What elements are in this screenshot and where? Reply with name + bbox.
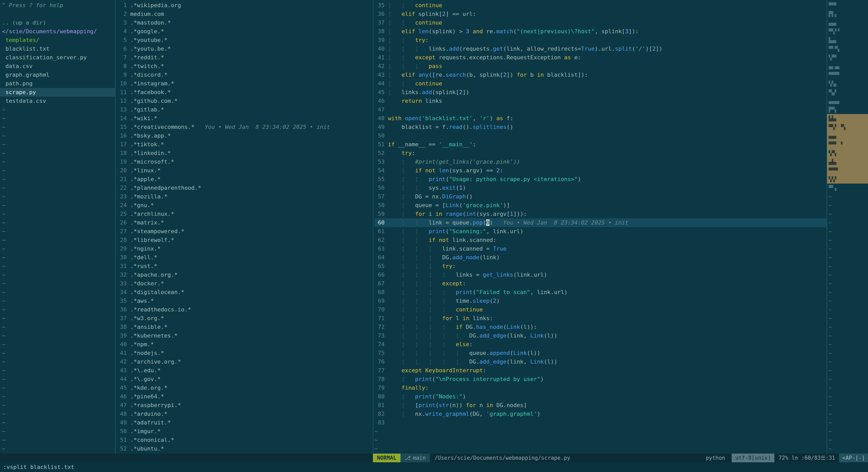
code-line[interactable]: 42¦ ¦ ¦ pass	[374, 62, 827, 70]
code-line[interactable]: 57 ¦ DG = nx.DiGraph()	[374, 192, 827, 201]
blacklist-line[interactable]: 29.*nginx.*	[117, 245, 373, 253]
minimap-viewport-row[interactable]: ▄▙▖	[827, 158, 868, 166]
blacklist-line[interactable]: 35.*aws.*	[117, 296, 373, 305]
code-line[interactable]: 70 ¦ ¦ ¦ ¦ continue	[374, 305, 827, 314]
blacklist-line[interactable]: 25.*archlinux.*	[117, 210, 373, 218]
code-line[interactable]: 43¦ elif any([re.search(b, splink[2]) fo…	[374, 70, 827, 79]
blacklist-line[interactable]: 21.*apple.*	[117, 175, 373, 184]
blacklist-line[interactable]: 15.*creativecommons.*You • Wed Jan 8 23:…	[117, 123, 373, 131]
blacklist-line[interactable]: 50.*imgur.*	[117, 427, 373, 436]
code-line[interactable]: 48with open('blacklist.txt', 'r') as f:	[374, 114, 827, 123]
code-line[interactable]: 71 ¦ ¦ ¦ for l in links:	[374, 314, 827, 323]
minimap-row[interactable]: ▄▄▖	[829, 19, 868, 27]
minimap-row[interactable]: ▀▀▘	[829, 1, 868, 10]
file-entry-classification-server[interactable]: classification_server.py	[2, 53, 115, 62]
code-line[interactable]: 36¦ elif splink[2] == url:	[374, 10, 827, 19]
blacklist-line[interactable]: 33.*docker.*	[117, 279, 373, 288]
minimap-row[interactable]: ▀▄▘	[829, 88, 868, 97]
code-line[interactable]: 80 ¦ print("Nodes:")	[374, 392, 827, 401]
minimap-viewport-row[interactable]: ▚▚▘	[827, 175, 868, 184]
minimap-viewport-row[interactable]: ▄▄▖	[827, 131, 868, 140]
minimap-viewport-row[interactable]: ▀▀▀	[827, 166, 868, 175]
blacklist-line[interactable]: 8.*twitch.*	[117, 62, 373, 70]
file-entry-data-csv[interactable]: data.csv	[2, 62, 115, 70]
blacklist-line[interactable]: 27.*steampowered.*	[117, 227, 373, 236]
blacklist-line[interactable]: 7.*reddit.*	[117, 53, 373, 62]
code-line[interactable]: 35¦ ¦ continue	[374, 1, 827, 10]
code-line[interactable]: 61 ¦ ¦ print("Scanning:", link.url)	[374, 227, 827, 236]
blacklist-line[interactable]: 6.*youtu.be.*	[117, 44, 373, 53]
minimap-pane[interactable]: ▀▀▘▛▌▖▄▄▖▀▚▘▘▙▄▖▀▘▀▖▚▀▘▄▖▄▖▀▀▀▘▚▚▖▀▄▘▄▄▄…	[827, 0, 868, 453]
code-line[interactable]: 83	[374, 418, 827, 427]
minimap-row[interactable]: ▚▀▘	[829, 53, 868, 62]
blacklist-line[interactable]: 26.*matrix.*	[117, 218, 373, 227]
minimap-viewport-row[interactable]: ▚▀▖	[827, 149, 868, 158]
blacklist-line[interactable]: 28.*librewolf.*	[117, 236, 373, 245]
blacklist-line[interactable]: 39.*kubernetes.*	[117, 332, 373, 340]
minimap-viewport-row[interactable]: ▙▙▖	[827, 114, 868, 123]
minimap-viewport-row[interactable]: ▀▀▘ ▘	[827, 140, 868, 149]
blacklist-line[interactable]: 45.*kde.org.*	[117, 383, 373, 392]
up-dir-entry[interactable]: .. (up a dir)	[2, 19, 115, 27]
minimap-row[interactable]: ▙▄▖	[829, 36, 868, 44]
blacklist-line[interactable]: 2medium.com	[117, 10, 373, 19]
minimap-viewport-row[interactable]: ▀▚▘ ▀▖	[827, 123, 868, 131]
code-line[interactable]: 55 ¦ ¦ print("Usage: python scrape.py <i…	[374, 175, 827, 184]
code-line[interactable]: 56 ¦ ¦ sys.exit(1)	[374, 184, 827, 192]
blacklist-line[interactable]: 42.*archive.org.*	[117, 357, 373, 366]
blacklist-line[interactable]: 20.*linux.*	[117, 166, 373, 175]
blacklist-line[interactable]: 36.*readthedocs.io.*	[117, 305, 373, 314]
blacklist-line[interactable]: 19.*microsoft.*	[117, 158, 373, 166]
file-entry-testdata-csv[interactable]: testdata.csv	[2, 97, 115, 105]
blacklist-line[interactable]: 31.*rust.*	[117, 262, 373, 271]
code-line[interactable]: 73 ¦ ¦ ¦ ¦ ¦ DG.add_edge(link, Link(l))	[374, 332, 827, 340]
code-line[interactable]: 59 ¦ for i in range(int(sys.argv[1])):	[374, 210, 827, 218]
code-line[interactable]: 76 ¦ ¦ ¦ ¦ ¦ DG.add_edge(link, Link(l))	[374, 357, 827, 366]
code-line[interactable]: 67 ¦ ¦ ¦ except:	[374, 279, 827, 288]
blacklist-line[interactable]: 40.*npm.*	[117, 340, 373, 349]
code-line[interactable]: 65 ¦ ¦ ¦ try:	[374, 262, 827, 271]
blacklist-line[interactable]: 3.*mastodon.*	[117, 19, 373, 27]
minimap-row[interactable]: ▄▖▄▖	[829, 62, 868, 70]
blacklist-buffer-pane[interactable]: 1.*wikipedia.org2medium.com3.*mastodon.*…	[115, 0, 373, 453]
blacklist-line[interactable]: 51.*cononical.*	[117, 436, 373, 444]
code-line[interactable]: 60 ¦ ¦ link = queue.pop(0)You • Wed Jan …	[374, 218, 827, 227]
file-entry-graph-graphml[interactable]: graph.graphml	[2, 70, 115, 79]
code-line[interactable]: 58 ¦ queue = [Link('grace.pink')]	[374, 201, 827, 210]
blacklist-line[interactable]: 37.*w3.org.*	[117, 314, 373, 323]
code-line[interactable]: 79 finally:	[374, 383, 827, 392]
code-line[interactable]: 82 ¦ nx.write_graphml(DG, 'graph.graphml…	[374, 410, 827, 418]
minimap-row[interactable]: ▚▚▖	[829, 79, 868, 88]
code-line[interactable]: 75 ¦ ¦ ¦ ¦ ¦ queue.append(Link(l))	[374, 349, 827, 357]
blacklist-line[interactable]: 5.*youtube.*	[117, 36, 373, 44]
dir-entry-templates[interactable]: templates/	[2, 36, 115, 44]
blacklist-line[interactable]: 9.*discord.*	[117, 70, 373, 79]
minimap-row[interactable]: ▀▚▘▘	[829, 27, 868, 36]
blacklist-line[interactable]: 22.*plannedparenthood.*	[117, 184, 373, 192]
blacklist-line[interactable]: 38.*ansible.*	[117, 323, 373, 332]
code-line[interactable]: 74 ¦ ¦ ¦ ¦ else:	[374, 340, 827, 349]
blacklist-line[interactable]: 17.*tiktok.*	[117, 140, 373, 149]
code-line[interactable]: 68 ¦ ¦ ¦ ¦ print("Failed to scan", link.…	[374, 288, 827, 296]
blacklist-line[interactable]: 43.*\.edu.*	[117, 366, 373, 375]
scrape-buffer-pane[interactable]: 35¦ ¦ continue36¦ elif splink[2] == url:…	[373, 0, 827, 453]
blacklist-line[interactable]: 4.*google.*	[117, 27, 373, 36]
blacklist-line[interactable]: 10.*instagram.*	[117, 79, 373, 88]
blacklist-line[interactable]: 1.*wikipedia.org	[117, 1, 373, 10]
blacklist-line[interactable]: 11.*facebook.*	[117, 88, 373, 97]
command-line[interactable]: :vsplit blacklist.txt	[0, 462, 868, 472]
code-line[interactable]: 62 ¦ ¦ if not link.scanned:	[374, 236, 827, 245]
code-line[interactable]: 63 ¦ ¦ ¦ link.scanned = True	[374, 245, 827, 253]
blacklist-line[interactable]: 23.*mozilla.*	[117, 192, 373, 201]
code-line[interactable]: 50	[374, 131, 827, 140]
code-line[interactable]: 44¦ ¦ continue	[374, 79, 827, 88]
code-line[interactable]: 47	[374, 105, 827, 114]
minimap-row[interactable]: ▀▘▀▖	[829, 44, 868, 53]
file-explorer-pane[interactable]: " Press ? for help.. (up a dir)</scie/Do…	[0, 0, 115, 453]
blacklist-line[interactable]: 13.*gitlab.*	[117, 105, 373, 114]
blacklist-line[interactable]: 49.*adafruit.*	[117, 418, 373, 427]
blacklist-line[interactable]: 34.*digitalocean.*	[117, 288, 373, 296]
blacklist-line[interactable]: 30.*dell.*	[117, 253, 373, 262]
file-entry-blacklist[interactable]: blacklist.txt	[2, 44, 115, 53]
blacklist-line[interactable]: 16.*bsky.app.*	[117, 131, 373, 140]
